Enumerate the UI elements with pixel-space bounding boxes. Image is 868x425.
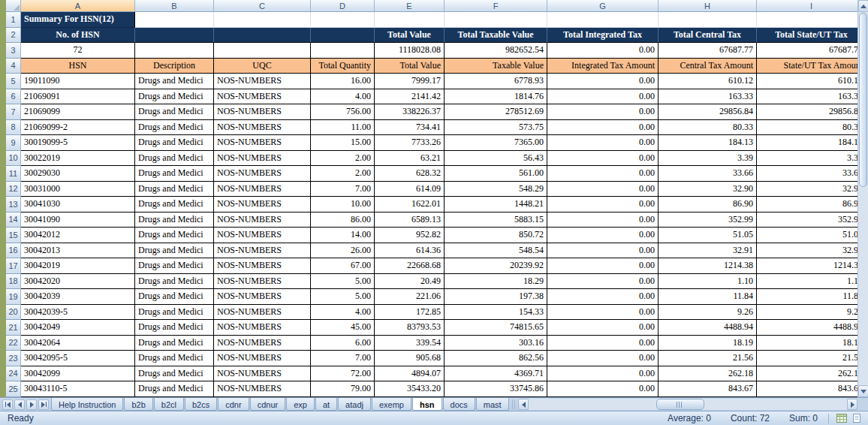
quantity-cell[interactable]: 756.00 bbox=[311, 104, 375, 120]
quantity-cell[interactable]: 4.00 bbox=[311, 305, 375, 321]
taxable-value-cell[interactable]: 197.38 bbox=[445, 289, 547, 305]
hsn-cell[interactable]: 30042013 bbox=[21, 243, 135, 259]
taxable-value-cell[interactable]: 278512.69 bbox=[445, 104, 547, 120]
row-header[interactable]: 15 bbox=[6, 228, 21, 243]
row-header-4[interactable]: 4 bbox=[6, 59, 21, 74]
quantity-cell[interactable]: 7.00 bbox=[311, 351, 375, 366]
hsn-cell[interactable]: 30029030 bbox=[21, 166, 135, 182]
state-tax-cell[interactable]: 33.66 bbox=[757, 166, 857, 182]
column-header-g[interactable]: G bbox=[547, 0, 659, 12]
quantity-cell[interactable]: 72.00 bbox=[311, 366, 375, 382]
sheet-tab-at[interactable]: at bbox=[315, 398, 337, 411]
integrated-tax-cell[interactable]: 0.00 bbox=[547, 289, 659, 305]
sheet-title-cell[interactable]: Summary For HSN(12) bbox=[21, 12, 135, 28]
quantity-cell[interactable]: 5.00 bbox=[311, 274, 375, 290]
row-header[interactable]: 5 bbox=[6, 74, 21, 89]
description-cell[interactable]: Drugs and Medici bbox=[135, 135, 214, 151]
integrated-tax-cell[interactable]: 0.00 bbox=[547, 197, 659, 212]
horizontal-scroll-thumb[interactable] bbox=[656, 399, 704, 410]
empty-cell[interactable] bbox=[135, 28, 214, 44]
summary-header-central-tax[interactable]: Total Central Tax bbox=[659, 28, 757, 44]
row-header-3[interactable]: 3 bbox=[6, 43, 21, 59]
central-tax-cell[interactable]: 4488.94 bbox=[659, 320, 757, 336]
description-cell[interactable]: Drugs and Medici bbox=[135, 336, 214, 351]
state-tax-cell[interactable]: 262.18 bbox=[757, 366, 857, 382]
total-value-cell[interactable]: 339.54 bbox=[375, 336, 445, 351]
central-tax-cell[interactable]: 80.33 bbox=[659, 120, 757, 136]
hsn-cell[interactable]: 21069099 bbox=[21, 104, 135, 120]
column-header-d[interactable]: D bbox=[311, 0, 375, 12]
hsn-cell[interactable]: 30019099-5 bbox=[21, 135, 135, 151]
quantity-cell[interactable]: 6.00 bbox=[311, 336, 375, 351]
row-header[interactable]: 11 bbox=[6, 166, 21, 182]
description-cell[interactable]: Drugs and Medici bbox=[135, 258, 214, 274]
integrated-tax-cell[interactable]: 0.00 bbox=[547, 243, 659, 259]
horizontal-scroll-track[interactable] bbox=[529, 399, 847, 410]
integrated-tax-cell[interactable]: 0.00 bbox=[547, 305, 659, 321]
central-tax-cell[interactable]: 32.90 bbox=[659, 182, 757, 197]
uqc-cell[interactable]: NOS-NUMBERS bbox=[214, 351, 311, 366]
central-tax-cell[interactable]: 9.26 bbox=[659, 305, 757, 321]
taxable-value-cell[interactable]: 1814.76 bbox=[445, 89, 547, 105]
taxable-value-cell[interactable]: 6778.93 bbox=[445, 74, 547, 89]
quantity-cell[interactable]: 14.00 bbox=[311, 228, 375, 243]
summary-taxable-value[interactable]: 982652.54 bbox=[445, 43, 547, 59]
row-header[interactable]: 10 bbox=[6, 151, 21, 167]
quantity-cell[interactable]: 11.00 bbox=[311, 120, 375, 136]
integrated-tax-cell[interactable]: 0.00 bbox=[547, 104, 659, 120]
summary-central-tax[interactable]: 67687.77 bbox=[659, 43, 757, 59]
horizontal-scrollbar[interactable] bbox=[518, 399, 857, 410]
description-cell[interactable]: Drugs and Medici bbox=[135, 305, 214, 321]
total-value-cell[interactable]: 905.68 bbox=[375, 351, 445, 366]
description-cell[interactable]: Drugs and Medici bbox=[135, 274, 214, 290]
taxable-value-cell[interactable]: 7365.00 bbox=[445, 135, 547, 151]
empty-cell[interactable] bbox=[135, 12, 214, 28]
description-cell[interactable]: Drugs and Medici bbox=[135, 151, 214, 167]
window-resize-corner[interactable] bbox=[857, 398, 868, 411]
uqc-cell[interactable]: NOS-NUMBERS bbox=[214, 89, 311, 105]
total-value-cell[interactable]: 35433.20 bbox=[375, 381, 445, 397]
uqc-cell[interactable]: NOS-NUMBERS bbox=[214, 305, 311, 321]
central-tax-cell[interactable]: 11.84 bbox=[659, 289, 757, 305]
total-value-cell[interactable]: 734.41 bbox=[375, 120, 445, 136]
uqc-cell[interactable]: NOS-NUMBERS bbox=[214, 166, 311, 182]
taxable-value-cell[interactable]: 18.29 bbox=[445, 274, 547, 290]
taxable-value-cell[interactable]: 862.56 bbox=[445, 351, 547, 366]
hsn-cell[interactable]: 30042095-5 bbox=[21, 351, 135, 366]
sheet-tab-cdnr[interactable]: cdnr bbox=[218, 398, 249, 411]
integrated-tax-cell[interactable]: 0.00 bbox=[547, 351, 659, 366]
uqc-cell[interactable]: NOS-NUMBERS bbox=[214, 182, 311, 197]
col-header-total-value[interactable]: Total Value bbox=[375, 59, 445, 74]
description-cell[interactable]: Drugs and Medici bbox=[135, 243, 214, 259]
central-tax-cell[interactable]: 163.33 bbox=[659, 89, 757, 105]
integrated-tax-cell[interactable]: 0.00 bbox=[547, 381, 659, 397]
state-tax-cell[interactable]: 32.91 bbox=[757, 243, 857, 259]
empty-cell[interactable] bbox=[547, 12, 659, 28]
sheet-tab-mast[interactable]: mast bbox=[476, 398, 509, 411]
state-tax-cell[interactable]: 29856.84 bbox=[757, 104, 857, 120]
hsn-cell[interactable]: 19011090 bbox=[21, 74, 135, 89]
row-header[interactable]: 8 bbox=[6, 120, 21, 136]
empty-cell[interactable] bbox=[311, 28, 375, 44]
row-header[interactable]: 20 bbox=[6, 305, 21, 321]
central-tax-cell[interactable]: 352.99 bbox=[659, 212, 757, 228]
central-tax-cell[interactable]: 86.90 bbox=[659, 197, 757, 212]
page-layout-view-icon[interactable] bbox=[850, 412, 863, 424]
row-header[interactable]: 17 bbox=[6, 258, 21, 274]
integrated-tax-cell[interactable]: 0.00 bbox=[547, 320, 659, 336]
hsn-cell[interactable]: 30022019 bbox=[21, 151, 135, 167]
empty-cell[interactable] bbox=[445, 12, 547, 28]
uqc-cell[interactable]: NOS-NUMBERS bbox=[214, 289, 311, 305]
taxable-value-cell[interactable]: 303.16 bbox=[445, 336, 547, 351]
normal-view-icon[interactable] bbox=[835, 412, 848, 424]
hsn-cell[interactable]: 21069091 bbox=[21, 89, 135, 105]
integrated-tax-cell[interactable]: 0.00 bbox=[547, 228, 659, 243]
total-value-cell[interactable]: 20.49 bbox=[375, 274, 445, 290]
column-header-h[interactable]: H bbox=[659, 0, 757, 12]
total-value-cell[interactable]: 628.32 bbox=[375, 166, 445, 182]
central-tax-cell[interactable]: 3.39 bbox=[659, 151, 757, 167]
sheet-tab-help-instruction[interactable]: Help Instruction bbox=[51, 398, 123, 411]
hsn-cell[interactable]: 30043110-5 bbox=[21, 381, 135, 397]
vertical-scroll-thumb[interactable] bbox=[859, 13, 867, 187]
hsn-cell[interactable]: 30031000 bbox=[21, 182, 135, 197]
